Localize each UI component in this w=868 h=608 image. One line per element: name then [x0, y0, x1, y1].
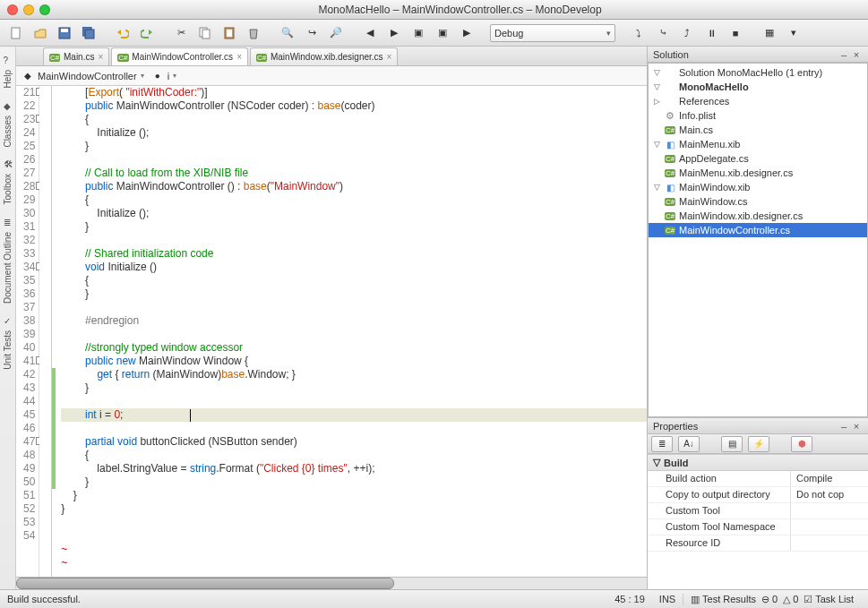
property-value[interactable]: [791, 535, 868, 551]
tree-expander[interactable]: ▷: [652, 97, 661, 106]
code-line[interactable]: {: [61, 449, 647, 462]
tab-close-button[interactable]: ×: [98, 52, 103, 62]
new-file-button[interactable]: [5, 23, 27, 43]
code-line[interactable]: public MainWindowController (NSCoder cod…: [61, 99, 647, 113]
go-to-button[interactable]: ↪: [301, 23, 322, 43]
stop-button[interactable]: ▣: [432, 23, 453, 43]
tree-node[interactable]: Main.cs: [649, 123, 867, 137]
editor-tab[interactable]: MainWindowController.cs×: [111, 47, 248, 65]
code-line[interactable]: [61, 301, 647, 314]
layout-button[interactable]: ▦: [759, 23, 780, 43]
code-line[interactable]: }: [61, 381, 647, 395]
outline-pad-tab[interactable]: Document Outline: [1, 227, 14, 309]
code-line[interactable]: [61, 328, 647, 341]
classes-pad-icon[interactable]: ◆: [2, 96, 14, 108]
property-row[interactable]: Build actionCompile: [648, 471, 868, 487]
tab-close-button[interactable]: ×: [387, 52, 392, 62]
save-button[interactable]: [54, 23, 75, 43]
undo-button[interactable]: [112, 23, 133, 43]
tree-expander[interactable]: ▽: [652, 140, 661, 149]
debug-stop-button[interactable]: ■: [725, 23, 746, 43]
tree-node[interactable]: Info.plist: [649, 108, 867, 123]
properties-tab-button[interactable]: ▤: [721, 436, 743, 452]
nav-forward-button[interactable]: ▶: [383, 23, 405, 43]
code-line[interactable]: // Shared initialization code: [61, 247, 647, 261]
help-pad-icon[interactable]: ?: [2, 50, 14, 63]
property-category-header[interactable]: ▽Build: [648, 454, 868, 471]
classes-pad-tab[interactable]: Classes: [1, 110, 14, 153]
line-number-gutter[interactable]: 21-2223-2425262728-293031323334-35363738…: [16, 86, 39, 577]
configuration-selector[interactable]: Debug ▾: [490, 24, 615, 42]
code-line[interactable]: partial void buttonClicked (NSButton sen…: [61, 435, 647, 449]
panel-close-button[interactable]: ×: [850, 421, 863, 432]
code-line[interactable]: // Call to load from the XIB/NIB file: [61, 167, 647, 180]
test-results-button[interactable]: ▥ Test Results: [691, 594, 756, 605]
property-value[interactable]: [791, 503, 868, 518]
debug-step-into-button[interactable]: ⤷: [652, 23, 674, 43]
code-line[interactable]: [61, 422, 647, 435]
tree-node[interactable]: MainWindow.xib.designer.cs: [649, 209, 867, 223]
horizontal-scrollbar[interactable]: [16, 577, 647, 589]
code-line[interactable]: Initialize ();: [61, 207, 647, 220]
code-line[interactable]: }: [61, 287, 647, 301]
property-row[interactable]: Custom Tool Namespace: [648, 519, 868, 535]
debug-step-over-button[interactable]: ⤵: [628, 23, 649, 43]
tree-expander[interactable]: ▽: [652, 82, 661, 91]
tab-close-button[interactable]: ×: [236, 52, 242, 62]
scrollbar-thumb[interactable]: [16, 578, 394, 589]
tree-node[interactable]: MainWindowController.cs: [649, 223, 867, 237]
properties-categorized-button[interactable]: ≣: [651, 436, 673, 452]
code-line[interactable]: [61, 516, 647, 529]
code-line[interactable]: //strongly typed window accessor: [61, 341, 647, 355]
editor-tab[interactable]: MainWindow.xib.designer.cs×: [250, 47, 398, 65]
task-list-button[interactable]: ☑ Task List: [804, 594, 854, 605]
unit-tests-pad-icon[interactable]: ✓: [2, 311, 14, 323]
properties-grid[interactable]: ▽BuildBuild actionCompileCopy to output …: [648, 454, 868, 589]
build-button[interactable]: ▣: [408, 23, 429, 43]
debug-step-out-button[interactable]: ⤴: [676, 23, 698, 43]
tree-node[interactable]: ▽MonoMacHello: [649, 80, 867, 94]
redo-button[interactable]: [136, 23, 158, 43]
code-content[interactable]: [Export( "initWithCoder:")] public MainW…: [56, 86, 647, 577]
help-pad-tab[interactable]: Help: [1, 64, 14, 94]
find-button[interactable]: 🔍: [277, 23, 298, 43]
minimize-window-button[interactable]: [23, 4, 34, 15]
find-in-files-button[interactable]: 🔎: [325, 23, 347, 43]
events-tab-button[interactable]: ⚡: [748, 436, 769, 452]
zoom-window-button[interactable]: [39, 4, 50, 15]
code-editor[interactable]: 21-2223-2425262728-293031323334-35363738…: [16, 86, 647, 577]
editor-tab[interactable]: Main.cs×: [43, 47, 109, 65]
code-line[interactable]: {: [61, 193, 647, 207]
fold-column[interactable]: [39, 86, 52, 577]
tree-expander[interactable]: ▽: [652, 183, 661, 192]
paste-button[interactable]: [219, 23, 240, 43]
toolbox-pad-tab[interactable]: Toolbox: [1, 168, 14, 210]
property-value[interactable]: Compile: [791, 471, 868, 486]
code-line[interactable]: [61, 395, 647, 408]
code-line[interactable]: public MainWindowController () : base("M…: [61, 180, 647, 193]
run-button[interactable]: ▶: [456, 23, 477, 43]
layout-dropdown-button[interactable]: ▾: [783, 23, 804, 43]
panel-close-button[interactable]: ×: [850, 49, 863, 60]
tree-node[interactable]: MainMenu.xib.designer.cs: [649, 166, 867, 180]
code-line[interactable]: }: [61, 502, 647, 516]
properties-alpha-button[interactable]: A↓: [678, 436, 700, 452]
code-line[interactable]: public new MainWindow Window {: [61, 355, 647, 368]
code-line[interactable]: int i = 0;: [61, 408, 647, 422]
code-line[interactable]: {: [61, 113, 647, 126]
property-row[interactable]: Copy to output directoryDo not cop: [648, 487, 868, 503]
code-line[interactable]: void Initialize (): [61, 261, 647, 274]
tree-node[interactable]: ▷References: [649, 94, 867, 108]
breadcrumb-member[interactable]: ● i ▾: [151, 70, 176, 82]
properties-help-button[interactable]: ⬢: [791, 436, 812, 452]
property-value[interactable]: Do not cop: [791, 487, 868, 502]
property-value[interactable]: [791, 519, 868, 535]
code-line[interactable]: [61, 234, 647, 247]
tree-node[interactable]: ▽MainWindow.xib: [649, 180, 867, 194]
code-line[interactable]: Initialize ();: [61, 126, 647, 140]
unit-tests-pad-tab[interactable]: Unit Tests: [1, 325, 14, 375]
tree-node[interactable]: ▽MainMenu.xib: [649, 137, 867, 151]
code-line[interactable]: }: [61, 475, 647, 489]
code-line[interactable]: }: [61, 140, 647, 153]
toolbox-pad-icon[interactable]: 🛠: [2, 154, 14, 167]
